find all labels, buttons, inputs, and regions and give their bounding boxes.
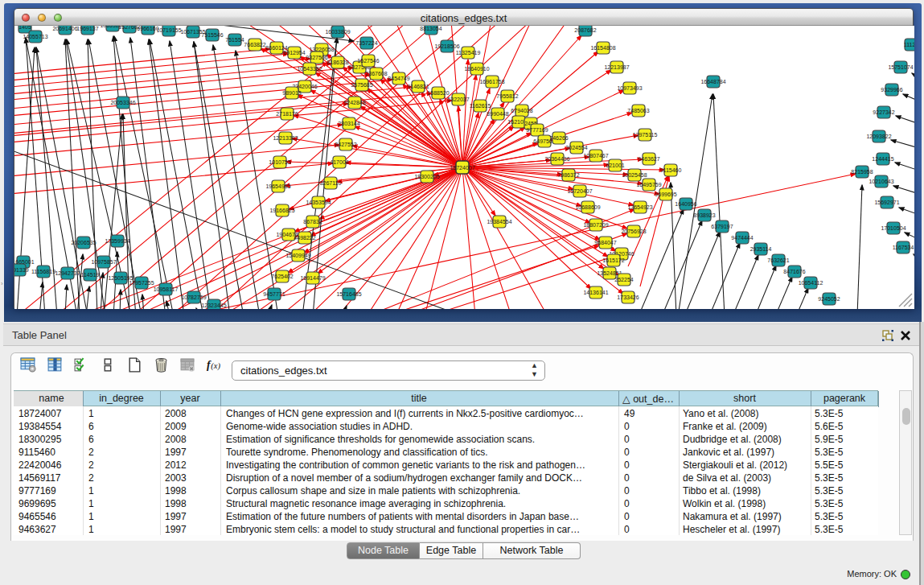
svg-text:16033809: 16033809 [325,29,350,35]
svg-text:12323445: 12323445 [201,303,226,308]
svg-text:746266: 746266 [549,135,568,141]
svg-text:1167534: 1167534 [893,245,914,250]
svg-text:17010504: 17010504 [881,225,906,231]
svg-text:8912954: 8912954 [283,50,305,56]
svg-text:9227342: 9227342 [873,109,894,115]
svg-text:19654985: 19654985 [265,183,290,189]
svg-text:16495759: 16495759 [636,182,661,187]
svg-text:1733426: 1733426 [617,295,639,300]
svg-text:417004: 417004 [330,159,348,165]
svg-text:10975857: 10975857 [91,259,116,265]
svg-text:3675685: 3675685 [351,82,372,88]
svg-text:1527546: 1527546 [357,58,379,64]
svg-text:7632621: 7632621 [767,257,789,263]
svg-text:12213383: 12213383 [273,135,298,141]
svg-text:8427552: 8427552 [335,142,356,147]
svg-text:20053346: 20053346 [110,100,135,105]
svg-text:9474444: 9474444 [731,235,753,241]
svg-text:12942737: 12942737 [55,270,80,276]
svg-text:8813054: 8813054 [420,26,441,31]
svg-text:7663822: 7663822 [244,42,265,47]
svg-text:252254: 252254 [614,277,633,282]
svg-text:7955812: 7955812 [496,93,518,99]
svg-text:12213987: 12213987 [604,64,629,70]
svg-text:14136141: 14136141 [583,290,608,295]
svg-text:10654112: 10654112 [799,280,823,286]
svg-text:6794028: 6794028 [511,108,532,113]
svg-text:9242848: 9242848 [343,100,365,105]
svg-text:7515546: 7515546 [201,32,223,38]
svg-text:18724007: 18724007 [450,165,474,171]
svg-text:18640910: 18640910 [464,66,489,72]
svg-text:9463627: 9463627 [638,156,659,162]
svg-text:7625402: 7625402 [271,274,293,279]
svg-text:1588520: 1588520 [427,90,449,96]
svg-text:2935114: 2935114 [750,246,772,252]
svg-text:5322037: 5322037 [447,97,469,102]
svg-text:17359934: 17359934 [105,238,129,244]
svg-text:12093822: 12093822 [866,134,891,139]
svg-text:(x): (x) [211,361,220,371]
svg-text:9146821: 9146821 [407,84,429,89]
svg-text:12975115: 12975115 [633,132,658,138]
svg-text:15692971: 15692971 [874,200,899,205]
svg-text:1640956: 1640956 [675,201,696,207]
svg-text:1244415: 1244415 [872,156,893,162]
svg-text:867832: 867832 [303,219,322,225]
svg-text:991339: 991339 [14,267,29,273]
svg-text:16154808: 16154808 [590,45,615,51]
svg-text:16914479: 16914479 [300,275,325,281]
svg-text:10688609: 10688609 [575,204,600,210]
svg-text:2803144: 2803144 [338,121,359,126]
svg-text:1162615: 1162615 [470,103,491,109]
svg-text:15720407: 15720407 [567,188,592,194]
svg-text:9699695: 9699695 [655,192,676,197]
svg-text:16648784: 16648784 [700,79,725,84]
svg-text:9327506: 9327506 [306,55,327,60]
svg-text:14055713: 14055713 [23,34,47,39]
svg-text:7485063: 7485063 [627,108,649,113]
svg-text:1010755: 1010755 [269,159,290,165]
svg-text:114519: 114519 [81,272,100,278]
svg-text:14353594: 14353594 [306,200,331,205]
svg-text:4498222: 4498222 [294,235,315,241]
svg-text:10543382: 10543382 [297,66,322,72]
svg-text:11325419: 11325419 [456,50,481,56]
svg-text:7986372: 7986372 [557,172,579,178]
svg-text:3024554: 3024554 [565,145,587,150]
svg-text:9329966: 9329966 [881,87,902,93]
svg-text:10973493: 10973493 [617,85,642,91]
svg-text:10782759: 10782759 [181,295,206,300]
svg-text:2367608: 2367608 [365,71,387,76]
svg-text:18300295: 18300295 [414,174,439,179]
svg-text:9684047: 9684047 [594,240,616,245]
svg-text:15751074: 15751074 [888,64,913,70]
svg-text:9777169: 9777169 [526,127,548,133]
svg-text:11156819: 11156819 [31,269,55,274]
svg-text:1969137: 1969137 [76,26,98,31]
svg-text:8215958: 8215958 [851,169,873,175]
svg-text:8938923: 8938923 [693,212,715,218]
svg-text:9457771: 9457771 [263,291,285,297]
svg-text:621001: 621001 [606,163,624,168]
svg-text:10025458: 10025458 [622,172,647,178]
svg-text:1405: 1405 [18,26,31,30]
svg-text:9115460: 9115460 [660,167,682,173]
svg-text:8186328: 8186328 [326,60,348,65]
svg-text:751554: 751554 [225,37,244,43]
svg-text:20206535: 20206535 [71,240,96,245]
svg-text:19166825: 19166825 [269,208,294,213]
svg-text:20756928: 20756928 [621,229,646,234]
svg-text:19384554: 19384554 [487,219,511,225]
svg-text:2087682: 2087682 [574,27,596,33]
svg-text:8267110: 8267110 [320,180,342,186]
svg-text:16961758: 16961758 [479,79,504,84]
svg-text:6379197: 6379197 [711,224,733,229]
svg-text:9245052: 9245052 [818,296,840,302]
svg-text:20691406: 20691406 [52,26,77,31]
svg-text:1615172: 1615172 [602,257,624,263]
svg-text:15716485: 15716485 [336,291,361,297]
svg-text:8454749: 8454749 [388,76,409,81]
svg-text:17957255: 17957255 [129,280,154,286]
svg-text:20364436: 20364436 [544,156,569,162]
